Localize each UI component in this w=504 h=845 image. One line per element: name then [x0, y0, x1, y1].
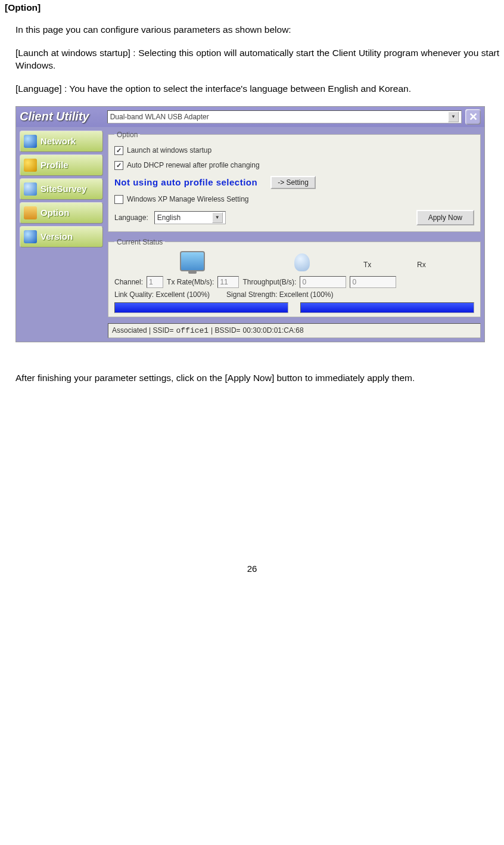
- txrate-value: 11: [217, 276, 239, 288]
- dhcp-checkbox[interactable]: ✓: [114, 161, 123, 170]
- option-legend: Option: [114, 131, 140, 139]
- sidebar-item-label: Version: [41, 231, 73, 242]
- launch-paragraph: [Launch at windows startup] : Selecting …: [15, 47, 499, 72]
- ssid-value: office1: [176, 326, 209, 335]
- assoc-prefix: Associated | SSID=: [112, 326, 174, 335]
- language-label: Language:: [114, 213, 148, 222]
- rx-label: Rx: [417, 261, 426, 269]
- setting-button[interactable]: -> Setting: [270, 176, 316, 189]
- option-panel: Option ✓ Launch at windows startup ✓ Aut…: [108, 131, 481, 232]
- dhcp-checkbox-label: Auto DHCP renewal after profile changing: [127, 161, 260, 169]
- adapter-dropdown[interactable]: Dual-band WLAN USB Adapter ▼: [107, 110, 462, 123]
- titlebar: Client Utility Dual-band WLAN USB Adapte…: [16, 107, 484, 127]
- link-quality-value: Excellent (100%): [155, 290, 210, 299]
- dropdown-arrow-icon: ▼: [212, 212, 223, 223]
- tx-value: 0: [300, 276, 346, 288]
- sidebar-item-label: Network: [41, 136, 76, 146]
- globe-icon: [24, 230, 37, 243]
- launch-checkbox-label: Launch at windows startup: [127, 146, 211, 154]
- language-paragraph: [Language] : You have the option to sele…: [15, 83, 499, 95]
- client-utility-window: Client Utility Dual-band WLAN USB Adapte…: [15, 106, 485, 342]
- app-title: Client Utility: [20, 110, 107, 123]
- close-icon: ✕: [469, 110, 478, 123]
- close-button[interactable]: ✕: [465, 109, 481, 125]
- adapter-value: Dual-band WLAN USB Adapter: [110, 113, 209, 121]
- sidebar-item-sitesurvey[interactable]: SiteSurvey: [20, 178, 103, 200]
- magnifier-icon: [24, 182, 37, 196]
- sidebar-item-label: SiteSurvey: [41, 184, 87, 194]
- xp-manage-checkbox[interactable]: [114, 195, 123, 204]
- signal-strength-label: Signal Strength:: [226, 290, 277, 299]
- channel-label: Channel:: [114, 278, 143, 286]
- link-quality-bar: [114, 302, 288, 313]
- sidebar-item-profile[interactable]: Profile: [20, 154, 103, 176]
- footer-paragraph: After finishing your parameter settings,…: [15, 372, 489, 385]
- folder-icon: [24, 206, 37, 219]
- sidebar-item-label: Option: [41, 208, 69, 218]
- throughput-label: Throughput(B/s):: [242, 278, 296, 286]
- sidebar-item-version[interactable]: Version: [20, 226, 103, 247]
- computer-icon: [180, 251, 205, 271]
- txrate-label: Tx Rate(Mb/s):: [167, 278, 214, 286]
- language-dropdown[interactable]: English ▼: [154, 211, 226, 224]
- channel-value: 1: [147, 276, 163, 288]
- dropdown-arrow-icon: ▼: [448, 112, 459, 122]
- signal-strength-bar: [300, 302, 474, 313]
- link-quality-label: Link Quality:: [114, 290, 154, 299]
- intro-paragraph: In this page you can configure various p…: [15, 24, 499, 36]
- auto-profile-status: Not using auto profile selection: [114, 177, 257, 187]
- globe-icon: [24, 135, 37, 148]
- star-icon: [24, 159, 37, 172]
- launch-checkbox[interactable]: ✓: [114, 146, 123, 155]
- section-heading: [Option]: [5, 2, 499, 13]
- status-legend: Current Status: [114, 238, 165, 246]
- rx-value: 0: [350, 276, 396, 288]
- sidebar-item-label: Profile: [41, 160, 69, 170]
- sidebar-item-network[interactable]: Network: [20, 131, 103, 152]
- xp-manage-checkbox-label: Windows XP Manage Wireless Setting: [127, 195, 249, 203]
- webcam-icon: [294, 253, 310, 271]
- association-status-bar: Associated | SSID= office1 | BSSID= 00:3…: [108, 323, 481, 338]
- bssid-value: 00:30:0D:01:CA:68: [243, 326, 304, 335]
- sidebar: Network Profile SiteSurvey Option Versio…: [20, 131, 103, 338]
- tx-label: Tx: [363, 261, 371, 269]
- page-number: 26: [5, 564, 499, 574]
- language-value: English: [157, 213, 181, 222]
- apply-now-button[interactable]: Apply Now: [416, 210, 474, 225]
- sidebar-item-option[interactable]: Option: [20, 202, 103, 224]
- status-panel: Current Status Tx Rx Channel: 1 Tx Rate(…: [108, 238, 481, 317]
- bssid-prefix: | BSSID=: [211, 326, 240, 335]
- signal-strength-value: Excellent (100%): [279, 290, 334, 299]
